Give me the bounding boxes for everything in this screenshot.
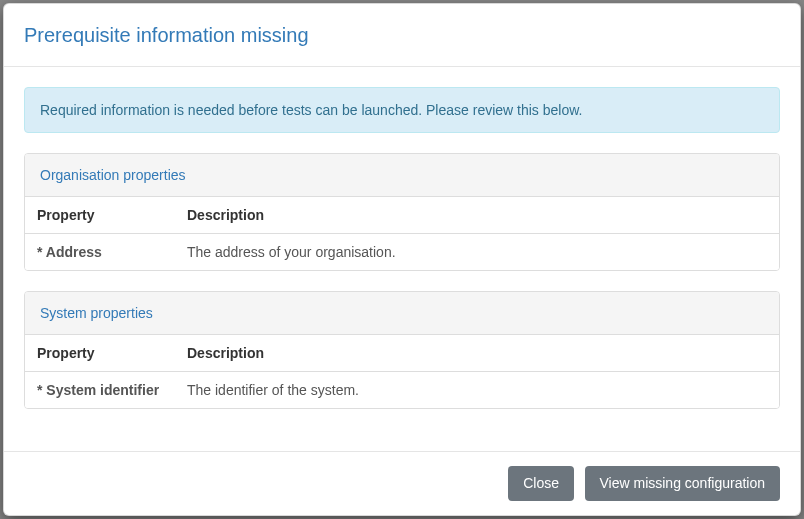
col-description: Description bbox=[175, 335, 779, 372]
table-header-row: Property Description bbox=[25, 197, 779, 234]
system-panel-title: System properties bbox=[25, 292, 779, 335]
col-property: Property bbox=[25, 335, 175, 372]
organisation-table: Property Description * Address The addre… bbox=[25, 197, 779, 270]
modal-body: Required information is needed before te… bbox=[4, 67, 800, 451]
modal-header: Prerequisite information missing bbox=[4, 4, 800, 67]
organisation-panel: Organisation properties Property Descrip… bbox=[24, 153, 780, 271]
col-property: Property bbox=[25, 197, 175, 234]
alert-info: Required information is needed before te… bbox=[24, 87, 780, 133]
modal-dialog: Prerequisite information missing Require… bbox=[3, 3, 801, 516]
table-header-row: Property Description bbox=[25, 335, 779, 372]
modal-title: Prerequisite information missing bbox=[24, 21, 780, 49]
property-description: The identifier of the system. bbox=[175, 372, 779, 409]
table-row: * Address The address of your organisati… bbox=[25, 234, 779, 271]
col-description: Description bbox=[175, 197, 779, 234]
property-name: * Address bbox=[25, 234, 175, 271]
close-button[interactable]: Close bbox=[508, 466, 574, 501]
view-missing-configuration-button[interactable]: View missing configuration bbox=[585, 466, 781, 501]
organisation-panel-title: Organisation properties bbox=[25, 154, 779, 197]
system-panel: System properties Property Description *… bbox=[24, 291, 780, 409]
property-name: * System identifier bbox=[25, 372, 175, 409]
property-description: The address of your organisation. bbox=[175, 234, 779, 271]
modal-footer: Close View missing configuration bbox=[4, 451, 800, 515]
system-table: Property Description * System identifier… bbox=[25, 335, 779, 408]
table-row: * System identifier The identifier of th… bbox=[25, 372, 779, 409]
